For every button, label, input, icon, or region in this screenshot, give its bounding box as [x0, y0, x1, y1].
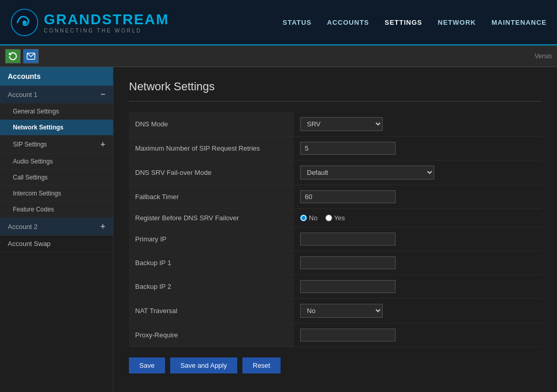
nav-maintenance[interactable]: MAINTENANCE: [492, 19, 547, 26]
value-backup-ip1: [294, 251, 542, 275]
tagline: CONNECTING THE WORLD: [44, 28, 169, 34]
radio-yes[interactable]: [325, 215, 332, 221]
input-max-retries[interactable]: [300, 142, 396, 155]
value-proxy-require: [294, 323, 542, 347]
form-row-primary-ip: Primary IP: [129, 227, 542, 251]
account1-label: Account 1: [8, 91, 38, 99]
reset-button[interactable]: Reset: [242, 357, 281, 373]
sidebar-item-intercom-settings[interactable]: Intercom Settings: [0, 186, 113, 202]
input-backup-ip2[interactable]: [300, 280, 396, 293]
nav-status[interactable]: STATUS: [283, 19, 312, 26]
toolbar-btn-message[interactable]: [23, 49, 39, 63]
sidebar-item-general-settings[interactable]: General Settings: [0, 104, 113, 120]
svg-point-1: [23, 20, 26, 24]
form-row-nat-traversal: NAT Traversal No Yes Keep-Alive Auto: [129, 299, 542, 323]
value-dns-mode: SRV A Record NAPTR/SRV: [294, 112, 542, 137]
sidebar-item-audio-settings[interactable]: Audio Settings: [0, 154, 113, 170]
title-divider: [129, 101, 542, 102]
form-row-dns-mode: DNS Mode SRV A Record NAPTR/SRV: [129, 112, 542, 137]
content-area: Network Settings DNS Mode SRV A Record N…: [113, 67, 557, 392]
value-register-before: No Yes: [294, 209, 542, 227]
select-dns-mode[interactable]: SRV A Record NAPTR/SRV: [300, 117, 383, 131]
button-row: Save Save and Apply Reset: [129, 357, 542, 373]
value-failback-timer: [294, 185, 542, 209]
page-title: Network Settings: [129, 80, 542, 93]
form-row-failback-timer: Failback Timer: [129, 185, 542, 209]
input-backup-ip1[interactable]: [300, 256, 396, 269]
top-nav: STATUS ACCOUNTS SETTINGS NETWORK MAINTEN…: [283, 19, 547, 26]
nav-network[interactable]: NETWORK: [438, 19, 476, 26]
value-dns-failover: Default Disabled Enabled: [294, 160, 542, 185]
label-register-before: Register Before DNS SRV Failover: [129, 209, 294, 227]
label-dns-failover: DNS SRV Fail-over Mode: [129, 160, 294, 185]
sidebar: Accounts Account 1 − General Settings Ne…: [0, 67, 113, 392]
version-text: Versio: [535, 53, 552, 60]
input-proxy-require[interactable]: [300, 329, 396, 341]
sidebar-header-accounts[interactable]: Accounts: [0, 67, 113, 86]
main-layout: Accounts Account 1 − General Settings Ne…: [0, 67, 557, 392]
account2-expand-icon: +: [101, 222, 105, 231]
select-dns-failover[interactable]: Default Disabled Enabled: [300, 166, 434, 179]
label-nat-traversal: NAT Traversal: [129, 299, 294, 323]
settings-form: DNS Mode SRV A Record NAPTR/SRV Maximum …: [129, 112, 542, 347]
form-row-register-before: Register Before DNS SRV Failover No Yes: [129, 209, 542, 227]
nav-accounts[interactable]: ACCOUNTS: [327, 19, 369, 26]
brand-name: GRANDSTREAM: [44, 11, 169, 28]
sidebar-item-sip-settings[interactable]: SIP Settings +: [0, 136, 113, 154]
value-primary-ip: [294, 227, 542, 251]
input-failback-timer[interactable]: [300, 190, 396, 203]
label-backup-ip1: Backup IP 1: [129, 251, 294, 275]
nav-settings[interactable]: SETTINGS: [385, 19, 422, 26]
label-proxy-require: Proxy-Require: [129, 323, 294, 347]
grandstream-logo-icon: [10, 8, 39, 37]
label-failback-timer: Failback Timer: [129, 185, 294, 209]
label-max-retries: Maximum Number of SIP Request Retries: [129, 137, 294, 160]
toolbar-btn-refresh[interactable]: [5, 49, 21, 63]
input-primary-ip[interactable]: [300, 233, 396, 246]
sidebar-item-account-swap[interactable]: Account Swap: [0, 236, 113, 252]
label-dns-mode: DNS Mode: [129, 112, 294, 137]
value-max-retries: [294, 137, 542, 160]
value-nat-traversal: No Yes Keep-Alive Auto: [294, 299, 542, 323]
sidebar-item-account1[interactable]: Account 1 −: [0, 86, 113, 104]
sidebar-header-label: Accounts: [8, 72, 41, 80]
sip-expand-icon: +: [101, 140, 105, 149]
radio-label-yes[interactable]: Yes: [325, 214, 345, 222]
sidebar-item-call-settings[interactable]: Call Settings: [0, 170, 113, 186]
label-backup-ip2: Backup IP 2: [129, 275, 294, 299]
value-backup-ip2: [294, 275, 542, 299]
sidebar-item-feature-codes[interactable]: Feature Codes: [0, 202, 113, 218]
label-primary-ip: Primary IP: [129, 227, 294, 251]
sidebar-item-account2[interactable]: Account 2 +: [0, 218, 113, 236]
logo-area: GRANDSTREAM CONNECTING THE WORLD: [10, 8, 283, 37]
radio-label-no[interactable]: No: [300, 214, 318, 222]
toolbar: Versio: [0, 45, 557, 67]
save-apply-button[interactable]: Save and Apply: [170, 357, 237, 373]
header: GRANDSTREAM CONNECTING THE WORLD STATUS …: [0, 0, 557, 45]
radio-no[interactable]: [300, 215, 307, 221]
radio-group-register: No Yes: [300, 214, 535, 222]
sidebar-item-network-settings[interactable]: Network Settings: [0, 120, 113, 136]
form-row-backup-ip1: Backup IP 1: [129, 251, 542, 275]
account1-collapse-icon: −: [101, 90, 105, 99]
save-button[interactable]: Save: [129, 357, 165, 373]
form-row-backup-ip2: Backup IP 2: [129, 275, 542, 299]
form-row-max-retries: Maximum Number of SIP Request Retries: [129, 137, 542, 160]
select-nat-traversal[interactable]: No Yes Keep-Alive Auto: [300, 304, 383, 318]
form-row-proxy-require: Proxy-Require: [129, 323, 542, 347]
account2-label: Account 2: [8, 223, 38, 231]
form-row-dns-failover: DNS SRV Fail-over Mode Default Disabled …: [129, 160, 542, 185]
logo-text: GRANDSTREAM CONNECTING THE WORLD: [44, 11, 169, 34]
